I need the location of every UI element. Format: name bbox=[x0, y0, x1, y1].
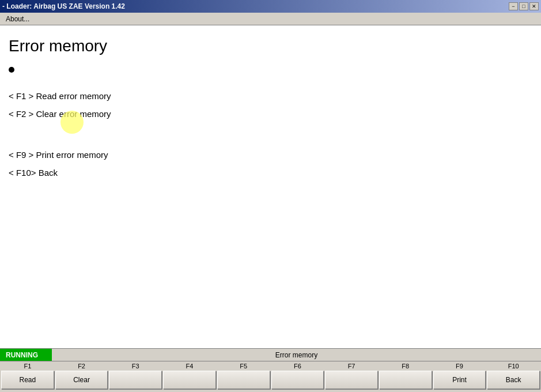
fkey-button-f2[interactable]: Clear bbox=[55, 371, 108, 389]
fkey-group-f5: F5 bbox=[217, 363, 270, 391]
fkey-button-f7[interactable] bbox=[325, 371, 378, 389]
fkey-label-f4: F4 bbox=[186, 363, 194, 370]
fkey-button-f6[interactable] bbox=[271, 371, 324, 389]
fkey-label-f8: F8 bbox=[402, 363, 409, 370]
fkey-button-f5[interactable] bbox=[217, 371, 270, 389]
fkey-label-f7: F7 bbox=[348, 363, 355, 370]
fkey-group-f4: F4 bbox=[163, 363, 216, 391]
fkey-button-f4[interactable] bbox=[163, 371, 216, 389]
fkey-label-f9: F9 bbox=[456, 363, 463, 370]
f10-option-label: Back bbox=[39, 168, 58, 178]
menu-option-f2[interactable]: < F2 > Clear error memory bbox=[9, 108, 532, 120]
fkey-group-f6: F6 bbox=[271, 363, 324, 391]
f9-key-label: < F9 > bbox=[9, 150, 33, 160]
page-title: Error memory bbox=[9, 37, 532, 55]
fkey-button-f3[interactable] bbox=[109, 371, 162, 389]
menu-option-f9[interactable]: < F9 > Print error memory bbox=[9, 149, 532, 161]
fkey-group-f2: F2Clear bbox=[55, 363, 108, 391]
f1-option-label: Read error memory bbox=[36, 91, 111, 101]
title-bar: - Loader: Airbag US ZAE Version 1.42 − □… bbox=[0, 0, 541, 13]
fkey-button-f8[interactable] bbox=[379, 371, 432, 389]
f2-option-label: Clear error memory bbox=[36, 109, 111, 119]
fkey-button-f10[interactable]: Back bbox=[487, 371, 540, 389]
menu-item-about[interactable]: About... bbox=[2, 14, 33, 24]
fkey-group-f7: F7 bbox=[325, 363, 378, 391]
menu-bar: About... bbox=[0, 13, 541, 25]
bullet-dot bbox=[9, 67, 14, 73]
fkey-group-f3: F3 bbox=[109, 363, 162, 391]
fkey-label-f6: F6 bbox=[294, 363, 301, 370]
status-title: Error memory bbox=[52, 351, 541, 359]
fkey-button-f9[interactable]: Print bbox=[433, 371, 486, 389]
title-bar-buttons: − □ ✕ bbox=[509, 2, 539, 10]
main-content: Error memory < F1 > Read error memory < … bbox=[0, 25, 541, 348]
menu-option-f1[interactable]: < F1 > Read error memory bbox=[9, 90, 532, 102]
f2-key-label: < F2 > bbox=[9, 109, 33, 119]
close-button[interactable]: ✕ bbox=[529, 2, 539, 10]
fkey-group-f8: F8 bbox=[379, 363, 432, 391]
fkey-label-f5: F5 bbox=[240, 363, 247, 370]
f9-option-label: Print error memory bbox=[36, 150, 108, 160]
fkey-group-f9: F9Print bbox=[433, 363, 486, 391]
menu-option-f10[interactable]: < F10> Back bbox=[9, 167, 532, 179]
status-bar: RUNNING Error memory bbox=[0, 348, 541, 361]
restore-button[interactable]: □ bbox=[519, 2, 528, 10]
fkey-group-f10: F10Back bbox=[487, 363, 540, 391]
fkey-label-f3: F3 bbox=[132, 363, 139, 370]
fkey-label-f2: F2 bbox=[78, 363, 85, 370]
fkey-label-f10: F10 bbox=[508, 363, 519, 370]
fkey-group-f1: F1Read bbox=[1, 363, 54, 391]
status-running: RUNNING bbox=[0, 349, 52, 361]
f10-key-label: < F10> bbox=[9, 168, 36, 178]
window-title: - Loader: Airbag US ZAE Version 1.42 bbox=[2, 2, 125, 10]
minimize-button[interactable]: − bbox=[509, 2, 518, 10]
f1-key-label: < F1 > bbox=[9, 91, 33, 101]
fkey-button-f1[interactable]: Read bbox=[1, 371, 54, 389]
fkey-label-f1: F1 bbox=[24, 363, 31, 370]
fkey-bar: F1ReadF2ClearF3F4F5F6F7F8F9PrintF10Back bbox=[0, 361, 541, 392]
